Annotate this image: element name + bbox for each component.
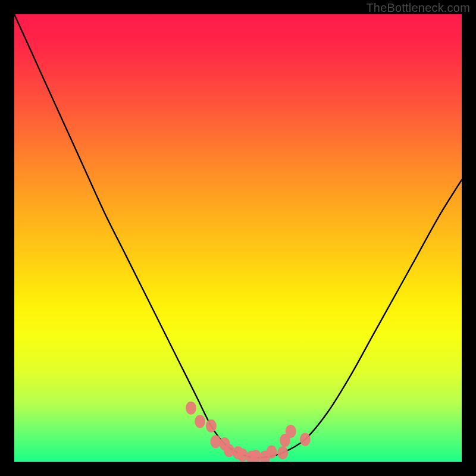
marker-dot: [206, 419, 217, 433]
marker-dot: [210, 435, 221, 448]
watermark-text: TheBottleneck.com: [366, 1, 470, 15]
marker-dot: [224, 444, 234, 457]
curve-line: [14, 14, 462, 458]
marker-dot: [266, 446, 277, 459]
marker-dot: [186, 402, 196, 415]
chart-frame: TheBottleneck.com: [0, 0, 476, 476]
marker-dot: [286, 425, 296, 438]
marker-dot: [277, 446, 288, 459]
plot-area: [14, 14, 462, 462]
bottleneck-curve: [14, 14, 462, 462]
marker-dot: [300, 433, 311, 446]
marker-dot: [195, 415, 205, 428]
marker-dot: [237, 449, 248, 462]
